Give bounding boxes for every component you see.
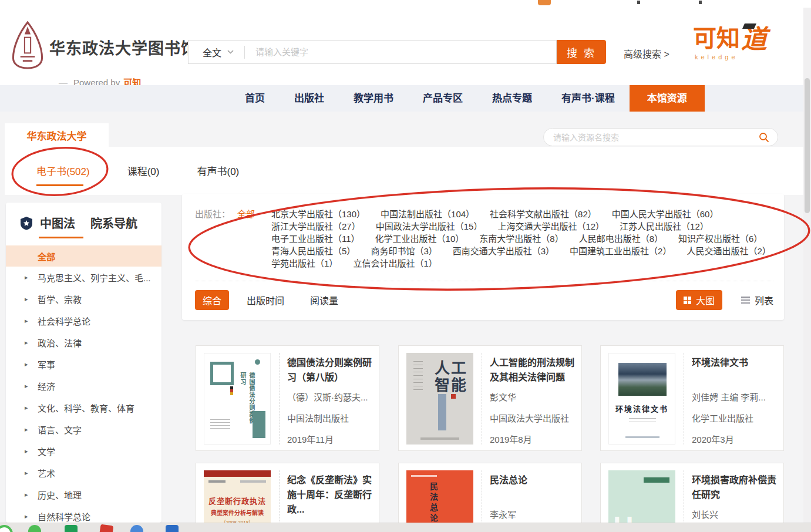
nav-item[interactable]: 本馆资源: [630, 85, 705, 112]
sort-options: 综合出版时间阅读量: [195, 290, 364, 310]
caret-right-icon: ▸: [25, 317, 28, 325]
publisher-filter-option[interactable]: 人民邮电出版社（8）: [579, 233, 663, 245]
sidebar-category-item[interactable]: ▸马克思主义、列宁主义、毛...: [6, 267, 161, 288]
advanced-search-link[interactable]: 高级搜索 >: [624, 46, 669, 60]
publisher-filter-option[interactable]: 青海人民出版社（5）: [271, 245, 355, 257]
cover-subtitle: 典型案件分析与解读: [204, 508, 271, 517]
book-card[interactable]: 民法总论 民法总论 李永军: [398, 463, 582, 532]
publisher-filter-option[interactable]: 学苑出版社（1）: [271, 257, 338, 270]
search-scope-dropdown[interactable]: 全文: [203, 45, 234, 59]
publisher-filter-label: 出版社：: [195, 208, 230, 220]
browser-chrome-strip: [0, 0, 811, 8]
book-author: 李永军: [490, 508, 576, 520]
sidebar-category-item[interactable]: ▸文学: [6, 440, 161, 462]
book-card[interactable]: 人工智能 人工智能的刑法规制及其相关法律问题 彭文华 中国政法大学出版社 201…: [398, 345, 582, 451]
sidebar-tab-clc[interactable]: 中图法: [40, 214, 75, 231]
book-title[interactable]: 纪念《反垄断法》实施十周年：反垄断行政...: [287, 473, 373, 517]
view-toggle-large[interactable]: 大图: [676, 290, 722, 310]
publisher-filter-option[interactable]: 电子工业出版社（11）: [271, 233, 360, 245]
nav-item[interactable]: 出版社: [280, 85, 339, 112]
search-icon[interactable]: [759, 132, 769, 143]
book-cover[interactable]: 环境法律文书: [608, 353, 675, 445]
taskbar-app-icon[interactable]: [130, 525, 143, 532]
taskbar-app-icon[interactable]: [166, 525, 179, 532]
book-card[interactable]: 德国债法分则案例研习 德国债法分则案例研习（第八版） （德）汉斯·约瑟夫... …: [196, 345, 379, 451]
publisher-filter-option[interactable]: 西南交通大学出版社（3）: [453, 245, 554, 257]
publisher-filter-option[interactable]: 商务印书馆（3）: [371, 245, 437, 257]
sidebar-category-item[interactable]: 全部: [6, 245, 161, 267]
publisher-filter-option[interactable]: 江苏人民出版社（12）: [620, 220, 709, 233]
nav-item[interactable]: 产品专区: [408, 85, 477, 112]
search-button[interactable]: 搜 索: [557, 40, 606, 64]
taskbar-app-icon[interactable]: [65, 525, 78, 532]
publisher-filter-option[interactable]: 浙江大学出版社（27）: [271, 220, 361, 233]
tab-ebooks[interactable]: 电子书(502): [36, 163, 90, 178]
cover-decoration: [208, 480, 266, 483]
book-title[interactable]: 德国债法分则案例研习（第八版）: [287, 355, 373, 385]
publisher-filter-option[interactable]: 知识产权出版社（6）: [678, 233, 762, 245]
publisher-filter-option[interactable]: 上海交通大学出版社（12）: [497, 220, 604, 233]
publisher-filter-option[interactable]: 东南大学出版社（8）: [479, 233, 563, 245]
book-cover[interactable]: 人工智能: [406, 353, 473, 445]
book-cover[interactable]: 德国债法分则案例研习: [204, 353, 271, 445]
sidebar-category-item[interactable]: ▸艺术: [6, 462, 161, 484]
book-title[interactable]: 环境损害政府补偿责任研究: [692, 473, 778, 502]
nav-item[interactable]: 首页: [230, 85, 280, 112]
caret-right-icon: ▸: [25, 447, 28, 455]
book-card[interactable]: 反垄断行政执法 典型案件分析与解读 （2008-2018） 纪念《反垄断法》实施…: [196, 463, 379, 532]
cover-decoration: [629, 418, 656, 425]
cover-decoration: [204, 470, 271, 477]
cover-decoration: [253, 411, 265, 438]
taskbar-strip: [0, 523, 811, 532]
book-card[interactable]: H 环境损害 政府补偿责任研究 环境损害政府补偿责任研究 刘长兴: [600, 463, 784, 532]
resource-search-input[interactable]: [552, 132, 759, 143]
book-date: 2019年8月: [490, 433, 576, 445]
taskbar-app-icon[interactable]: [99, 524, 114, 532]
publisher-filter-all[interactable]: 全部: [237, 208, 255, 220]
sidebar-tab-departments[interactable]: 院系导航: [90, 214, 137, 231]
book-author: （德）汉斯·约瑟夫...: [287, 390, 373, 403]
category-sidebar: 中图法 院系导航 全部▸马克思主义、列宁主义、毛...▸哲学、宗教▸社会科学总论…: [6, 203, 161, 523]
publisher-filter-option[interactable]: 立信会计出版社（1）: [353, 257, 437, 270]
keledge-logo-subtext: keledge: [695, 53, 738, 60]
main-search-input[interactable]: [254, 46, 556, 58]
sidebar-category-item[interactable]: ▸文化、科学、教育、体育: [6, 397, 161, 419]
publisher-filter-option[interactable]: 中国人民大学出版社（60）: [612, 208, 719, 220]
view-toggle-list[interactable]: 列表: [741, 293, 773, 307]
publisher-filter-option[interactable]: 社会科学文献出版社（82）: [490, 208, 597, 220]
book-title[interactable]: 人工智能的刑法规制及其相关法律问题: [490, 355, 576, 385]
sidebar-category-item[interactable]: ▸军事: [6, 353, 161, 375]
sort-option[interactable]: 出版时间: [247, 293, 284, 307]
scrollbar-thumb[interactable]: [805, 78, 810, 213]
sidebar-category-item[interactable]: ▸经济: [6, 375, 161, 397]
nav-item[interactable]: 教学用书: [339, 85, 408, 112]
nav-item[interactable]: 有声书·课程: [547, 85, 630, 112]
sort-option[interactable]: 阅读量: [310, 293, 338, 307]
book-title[interactable]: 环境法律文书: [692, 355, 778, 385]
book-title[interactable]: 民法总论: [490, 473, 576, 502]
publisher-filter-option[interactable]: 中国建筑工业出版社（2）: [570, 245, 671, 257]
taskbar-app-icon[interactable]: [0, 525, 13, 532]
tab-audiobooks[interactable]: 有声书(0): [197, 163, 239, 178]
publisher-filter-option[interactable]: 中国法制出版社（104）: [381, 208, 475, 220]
scrollbar[interactable]: [803, 8, 811, 532]
sort-option[interactable]: 综合: [195, 290, 229, 310]
book-card[interactable]: 环境法律文书 环境法律文书 刘佳娉 主编 李莉... 化学工业出版社 2020年…: [600, 345, 784, 451]
list-view-icon: [741, 297, 750, 304]
publisher-filter-option[interactable]: 中国政法大学出版社（15）: [376, 220, 483, 233]
taskbar-app-icon[interactable]: [28, 525, 41, 532]
sidebar-category-item[interactable]: ▸自然科学总论: [6, 506, 161, 523]
org-tab[interactable]: 华东政法大学: [5, 123, 109, 147]
sidebar-category-item[interactable]: ▸历史、地理: [6, 484, 161, 506]
publisher-filter-option[interactable]: 人民交通出版社（2）: [687, 245, 770, 257]
nav-item[interactable]: 热点专题: [477, 85, 547, 112]
sidebar-category-item[interactable]: ▸语言、文字: [6, 419, 161, 440]
book-publisher: 化学工业出版社: [692, 412, 778, 424]
publisher-filter-option[interactable]: 化学工业出版社（10）: [375, 233, 465, 245]
tab-courses[interactable]: 课程(0): [127, 163, 160, 178]
sidebar-category-item[interactable]: ▸哲学、宗教: [6, 288, 161, 310]
sidebar-category-item[interactable]: ▸政治、法律: [6, 332, 161, 353]
publisher-filter-option[interactable]: 北京大学出版社（130）: [271, 208, 365, 220]
sidebar-category-item[interactable]: ▸社会科学总论: [6, 310, 161, 332]
library-name: 华东政法大学图书馆: [49, 36, 197, 59]
